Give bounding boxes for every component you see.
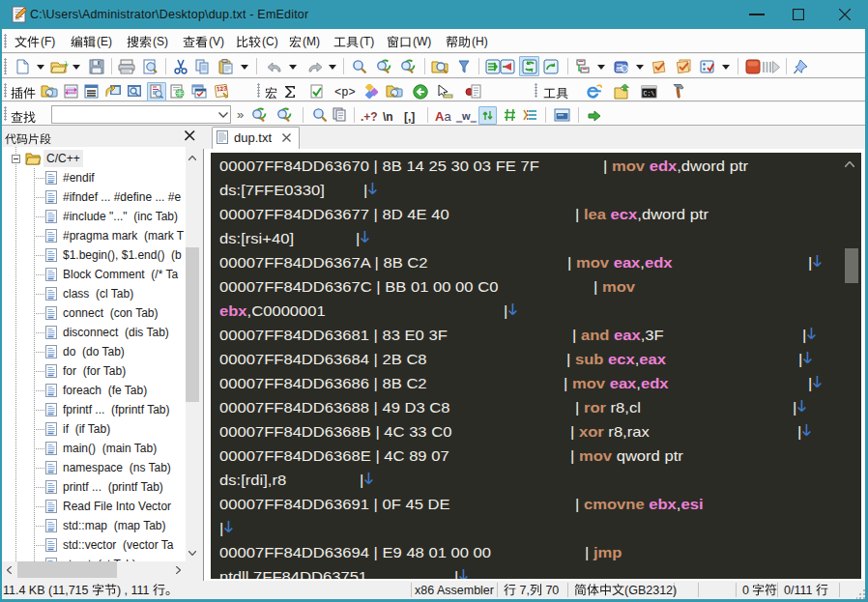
svg-text:ab: ab (616, 66, 623, 72)
svg-text:C:\: C:\ (644, 91, 655, 98)
svg-text:123: 123 (217, 84, 228, 92)
svg-text:<p>: <p> (334, 86, 356, 99)
